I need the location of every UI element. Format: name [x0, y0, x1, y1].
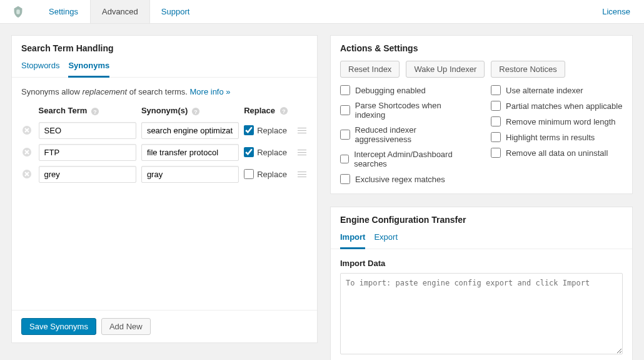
tab-advanced[interactable]: Advanced [90, 0, 150, 23]
setting-checkbox-row: Remove minimum word length [491, 116, 623, 126]
search-term-input[interactable] [39, 166, 136, 183]
remove-row-icon[interactable] [21, 125, 33, 136]
search-term-input[interactable] [39, 122, 136, 139]
panel-title: Search Term Handling [12, 36, 317, 61]
synonym-input[interactable] [141, 122, 239, 139]
actions-panel: Actions & Settings Reset Index Wake Up I… [330, 35, 633, 194]
panel-body: Synonyms allow replacement of search ter… [12, 78, 317, 197]
sub-tabs: Stopwords Synonyms [12, 61, 317, 78]
synonym-row: Replace [21, 166, 308, 183]
replace-label: Replace [257, 148, 287, 157]
right-column: Actions & Settings Reset Index Wake Up I… [330, 35, 633, 360]
setting-label: Exclusive regex matches [355, 175, 445, 184]
transfer-tabs: Import Export [331, 232, 632, 249]
help-icon[interactable]: ? [279, 106, 288, 115]
svg-text:?: ? [282, 108, 285, 114]
setting-checkbox-row: Reduced indexer aggressiveness [340, 125, 472, 144]
setting-checkbox[interactable] [491, 101, 501, 111]
replace-checkbox[interactable] [244, 169, 254, 179]
setting-label: Use alternate indexer [506, 86, 583, 95]
setting-label: Partial matches when applicable [506, 101, 622, 111]
setting-checkbox-row: Debugging enabled [340, 85, 472, 95]
setting-label: Remove minimum word length [506, 117, 616, 126]
synonym-row: Replace [21, 122, 308, 139]
remove-row-icon[interactable] [21, 147, 33, 158]
app-logo-icon [11, 5, 25, 19]
drag-handle-icon[interactable] [296, 172, 308, 177]
setting-label: Remove all data on uninstall [506, 148, 608, 158]
setting-checkbox[interactable] [340, 130, 350, 140]
setting-checkbox-row: Intercept Admin/Dashboard searches [340, 150, 472, 168]
import-body: Import Data [331, 249, 632, 360]
reset-index-button[interactable]: Reset Index [340, 61, 400, 78]
synonym-rows: Replace Replace Replace [21, 122, 308, 183]
setting-label: Highlight terms in results [506, 133, 595, 142]
setting-checkbox-row: Exclusive regex matches [340, 174, 472, 184]
panel-footer: Save Synonyms Add New [12, 310, 317, 342]
synonym-input[interactable] [141, 166, 239, 183]
search-term-panel: Search Term Handling Stopwords Synonyms … [11, 35, 318, 343]
svg-rect-0 [16, 9, 20, 14]
setting-checkbox[interactable] [491, 132, 501, 142]
tab-support[interactable]: Support [150, 0, 202, 23]
replace-label: Replace [257, 126, 287, 135]
tab-export[interactable]: Export [374, 232, 398, 249]
main-content: Search Term Handling Stopwords Synonyms … [0, 24, 644, 360]
import-label: Import Data [340, 259, 623, 268]
import-textarea[interactable] [340, 273, 623, 354]
setting-checkbox-row: Highlight terms in results [491, 132, 623, 142]
setting-checkbox[interactable] [340, 174, 350, 184]
help-icon[interactable]: ? [191, 107, 200, 116]
synonym-row: Replace [21, 144, 308, 161]
setting-checkbox[interactable] [340, 154, 349, 164]
help-icon[interactable]: ? [91, 107, 99, 116]
replace-checkbox[interactable] [244, 125, 254, 135]
subtab-stopwords[interactable]: Stopwords [21, 61, 59, 78]
wake-indexer-button[interactable]: Wake Up Indexer [406, 61, 485, 78]
setting-checkbox-row: Use alternate indexer [491, 85, 623, 95]
synonym-input[interactable] [141, 144, 239, 161]
replace-checkbox[interactable] [244, 147, 254, 157]
panel-title: Actions & Settings [331, 36, 632, 61]
replace-label: Replace [257, 170, 287, 179]
setting-checkbox[interactable] [491, 116, 501, 126]
setting-checkbox[interactable] [340, 85, 350, 95]
subtab-synonyms[interactable]: Synonyms [68, 61, 109, 78]
synonym-header-row: Search Term ? Synonym(s) ? Replace ? [21, 106, 308, 116]
add-new-button[interactable]: Add New [101, 318, 151, 335]
setting-label: Intercept Admin/Dashboard searches [354, 150, 472, 168]
setting-checkbox[interactable] [491, 85, 501, 95]
setting-checkbox[interactable] [491, 148, 501, 158]
top-tabs: Settings Advanced Support [38, 0, 602, 23]
setting-checkbox-row: Parse Shortcodes when indexing [340, 101, 472, 120]
hint-text: Synonyms allow replacement of search ter… [21, 87, 308, 96]
restore-notices-button[interactable]: Restore Notices [491, 61, 565, 78]
tab-import[interactable]: Import [340, 232, 365, 249]
search-term-input[interactable] [39, 144, 136, 161]
setting-checkbox-row: Remove all data on uninstall [491, 148, 623, 158]
more-info-link[interactable]: More info » [190, 87, 231, 96]
transfer-panel: Engine Configuration Transfer Import Exp… [330, 207, 633, 360]
top-nav: Settings Advanced Support License [0, 0, 644, 24]
settings-checkboxes: Debugging enabled Parse Shortcodes when … [331, 85, 632, 193]
svg-text:?: ? [93, 108, 96, 115]
setting-label: Parse Shortcodes when indexing [355, 101, 472, 120]
tab-settings[interactable]: Settings [38, 0, 90, 23]
license-link[interactable]: License [602, 7, 644, 16]
drag-handle-icon[interactable] [296, 128, 308, 133]
setting-checkbox-row: Partial matches when applicable [491, 101, 623, 111]
remove-row-icon[interactable] [21, 168, 33, 180]
setting-label: Debugging enabled [355, 86, 426, 95]
save-synonyms-button[interactable]: Save Synonyms [21, 318, 96, 335]
setting-label: Reduced indexer aggressiveness [355, 125, 472, 144]
drag-handle-icon[interactable] [296, 150, 308, 155]
svg-text:?: ? [194, 108, 197, 115]
setting-checkbox[interactable] [340, 105, 350, 115]
action-buttons: Reset Index Wake Up Indexer Restore Noti… [331, 61, 632, 85]
panel-title: Engine Configuration Transfer [331, 207, 632, 232]
